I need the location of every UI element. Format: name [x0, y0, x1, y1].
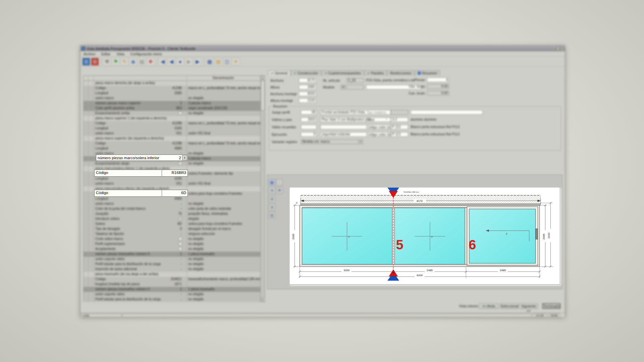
tab-resumen[interactable]: iResumen: [415, 70, 440, 76]
table-row[interactable]: Perfil suplementariono elegido: [84, 242, 261, 247]
table-row[interactable]: Color perfil aluminio arriba803negro ano…: [84, 106, 261, 111]
field-color[interactable]: 3-2: [391, 117, 408, 122]
focused-row-codigo-1[interactable]: Código R16BR3: [94, 170, 188, 177]
scroll-down-icon[interactable]: ▼: [261, 297, 265, 302]
spinner-icon[interactable]: ⇅: [446, 78, 448, 82]
glass-pane-2[interactable]: [395, 208, 465, 264]
field-vidrio-recambio[interactable]: [301, 125, 317, 129]
table-row[interactable]: Perfil tubular para la distribución de l…: [84, 262, 261, 267]
table-row[interactable]: Longitud3185: [84, 126, 261, 131]
refresh-tool-icon[interactable]: ◌: [276, 179, 283, 186]
focused-row-codigo-2[interactable]: Código 6D: [94, 190, 188, 197]
field-altura[interactable]: 2085: [299, 85, 316, 89]
table-row[interactable]: Código4129Bmarco en L, profundidad 73 mm…: [84, 141, 261, 146]
flag-icon[interactable]: ⚑: [112, 58, 120, 66]
field-piezas[interactable]: 1⇅: [427, 77, 449, 82]
zoom-tool-icon[interactable]: ⊕: [269, 187, 275, 194]
button-siguiente-[interactable]: Siguiente >>: [520, 303, 538, 309]
table-scrollbar[interactable]: ▲ ▼: [260, 76, 265, 302]
menu-editar[interactable]: Editar: [98, 52, 113, 56]
table-row[interactable]: número piezas travesaños número 511 piez…: [84, 252, 261, 257]
copy-icon[interactable]: ▤: [138, 58, 146, 66]
menu-vista[interactable]: Vista: [113, 52, 127, 56]
checkbox-unchecked-icon[interactable]: [179, 242, 182, 245]
pan-tool-icon[interactable]: ✥: [276, 187, 283, 194]
nav-next-icon[interactable]: ▶: [185, 58, 193, 66]
field-desc[interactable]: Plus Valor 3 con Multiprotect y M: [320, 117, 391, 122]
glass-pane-1[interactable]: [302, 208, 392, 264]
panel-split-icon[interactable]: ◫: [223, 58, 231, 66]
chevron-down-icon[interactable]: ∨: [182, 155, 187, 160]
field-altura-montaje[interactable]: 2100: [299, 98, 316, 103]
balloons-icon[interactable]: ❖: [147, 58, 155, 66]
tab-general[interactable]: ✔General: [268, 70, 290, 76]
tab-construcci-n[interactable]: ✔Construcción: [291, 70, 321, 76]
table-row[interactable]: Taladros de fijación-ninguna selección: [84, 232, 261, 237]
chevron-down-icon[interactable]: ∨: [358, 140, 363, 144]
table-row[interactable]: Inserción de autos adicional-no elegido: [84, 267, 261, 272]
power-blue-icon[interactable]: ⊙: [82, 58, 90, 66]
checkbox-unchecked-icon[interactable]: [179, 247, 182, 250]
glass-pane-3[interactable]: [469, 209, 536, 263]
nav-first-icon[interactable]: ◀: [159, 58, 167, 66]
field-c-digo-color-int-[interactable]: P 113: [391, 132, 408, 137]
tab-paneles[interactable]: ✔Paneles: [364, 70, 387, 76]
field-tipo-madera[interactable]: [391, 110, 408, 115]
table-row[interactable]: Introducir solera✓elegido: [84, 217, 261, 222]
menu-archivo[interactable]: Archivo: [80, 52, 98, 56]
table-row[interactable]: Perfil tubular para la distribución de l…: [84, 297, 261, 302]
table-row[interactable]: Longitud4985: [84, 196, 261, 201]
table-row[interactable]: longitud (medida top de paso)1871: [84, 282, 261, 287]
grid-tool-icon[interactable]: ⊞: [269, 196, 275, 202]
nav-last-icon[interactable]: ▶: [194, 58, 202, 66]
table-row[interactable]: pieza marco superior (de izquierda a der…: [84, 136, 261, 141]
scroll-up-icon[interactable]: ▲: [261, 76, 265, 80]
table-row[interactable]: Color de la junta del cristal blanco-col…: [84, 206, 261, 212]
panel-image-icon[interactable]: ▨: [214, 58, 222, 66]
table-row[interactable]: pieza marco superior 1 (de izquierda a d…: [84, 116, 261, 121]
key-icon[interactable]: ✦: [232, 58, 240, 66]
table-row[interactable]: Código4129Bmarco en L, profundidad 73 mm…: [84, 121, 261, 126]
checkbox-unchecked-icon[interactable]: [179, 162, 182, 165]
field-v-n-bruto[interactable]: 0.00: [427, 84, 449, 89]
tab-cuarterones-paneles[interactable]: ▼Cuarterones/paneles: [321, 70, 364, 76]
field-vidrios-y-pan[interactable]: 2503: [301, 117, 317, 122]
table-row[interactable]: pieza marco derecha (de abajo a arriba): [84, 81, 261, 86]
focused-row-pieces-dropdown[interactable]: número piezas marco/solera inferior 2 ∨: [96, 155, 188, 161]
button-seleccionar[interactable]: Seleccionar: [500, 303, 518, 309]
layers-tool-icon[interactable]: ≣: [269, 204, 275, 210]
table-row[interactable]: Código4129Bmarco en L, profundidad 73 mm…: [84, 86, 261, 91]
table-row[interactable]: unión marco-no elegido: [84, 201, 261, 206]
nav-prev-icon[interactable]: ◀: [167, 58, 175, 66]
model-picker-button[interactable]: ⊞: [341, 85, 345, 89]
field-modelo[interactable]: [346, 85, 364, 89]
codigo-value[interactable]: 6D: [162, 190, 188, 197]
select-tool-icon[interactable]: ▣: [269, 179, 275, 186]
record-icon[interactable]: ●: [176, 58, 184, 66]
field-anchura-montaje[interactable]: 8200: [299, 92, 316, 96]
close-button[interactable]: ✕: [560, 47, 564, 51]
codigo-value[interactable]: R16BR3: [162, 170, 188, 177]
table-row[interactable]: pieza travesaño (de izq abajo a der arri…: [84, 272, 261, 277]
table-row[interactable]: unión soporte vidrio-no elegido: [84, 257, 261, 262]
table-row[interactable]: Acoplamientono elegido: [84, 247, 261, 252]
table-row[interactable]: Tipo de desagüe0desagüe frontal por el m…: [84, 227, 261, 232]
field-anchura[interactable]: 8170: [299, 78, 316, 83]
table-row[interactable]: Longitud4985: [84, 146, 261, 151]
checkbox-unchecked-icon[interactable]: [179, 112, 182, 115]
field-nr-art-culo[interactable]: V_03: [346, 78, 364, 83]
field-juego-perfil[interactable]: 08: [301, 110, 317, 115]
table-row[interactable]: Corte sobre marcono elegido: [84, 237, 261, 242]
titlebar[interactable]: Vista detallada Presupuesto 0000236 - Po…: [80, 46, 565, 51]
tab-restricciones[interactable]: Restricciones: [387, 70, 414, 76]
globe-icon[interactable]: ◉: [129, 58, 137, 66]
menu-configuraci-n-men-[interactable]: Configuración menú: [127, 52, 165, 56]
table-row[interactable]: Longitud2085: [84, 91, 261, 96]
table-row[interactable]: Junquillo70junquillo Nova, minimalista: [84, 212, 261, 217]
table-row[interactable]: Longitud3185: [84, 176, 261, 181]
field-ejecuci-n[interactable]: 9: [301, 132, 317, 137]
table-row[interactable]: unión marcoV51unión V51 final: [84, 181, 261, 186]
field-c-digo-color-ext-[interactable]: P 113: [391, 125, 408, 129]
table-row[interactable]: Ensanchamiento arribano elegido: [84, 111, 261, 116]
table-row[interactable]: unión marco-no elegido: [84, 96, 261, 101]
